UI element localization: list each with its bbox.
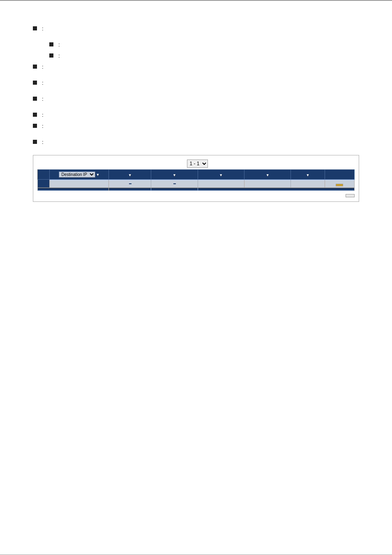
top-selector-row: 1 - 1 [37, 160, 355, 168]
sort-arrow-icon[interactable]: ▼ [96, 173, 100, 177]
col-header-duration: ▼ [291, 170, 325, 180]
list-item: : [33, 96, 359, 102]
downstream-percent [173, 183, 176, 184]
row-downstream [151, 180, 198, 188]
list-item: : [33, 80, 359, 86]
row-upstream [109, 180, 151, 188]
bullet-icon [33, 97, 37, 101]
colon-separator: : [42, 123, 44, 129]
bullet-label: : [42, 80, 44, 86]
reset-counters-button[interactable] [346, 194, 355, 197]
row-number [38, 180, 50, 188]
col-header-first-packet: ▼ [198, 170, 244, 180]
colon-separator: : [42, 25, 44, 32]
row-last-packet [244, 180, 291, 188]
list-item: : [33, 112, 359, 118]
upstream-percent [129, 183, 131, 184]
bullet-icon [33, 124, 37, 128]
bullet-icon [49, 53, 53, 58]
bullet-icon [33, 113, 37, 117]
bullet-label: : [58, 53, 60, 59]
bullet-icon [33, 26, 37, 30]
bullet-icon [33, 140, 37, 144]
sort-arrow-icon[interactable]: ▼ [219, 173, 223, 177]
list-item: : [33, 139, 359, 145]
row-action [325, 180, 354, 188]
sort-arrow-icon[interactable]: ▼ [173, 173, 176, 177]
bullet-label: : [42, 139, 44, 145]
bullet-label: : [42, 123, 44, 129]
col-header-upstream: ▼ [109, 170, 151, 180]
page-wrapper: : : : : : : [0, 0, 392, 555]
col-header-last-packet: ▼ [244, 170, 291, 180]
list-item: : [49, 42, 359, 48]
reset-btn-row [37, 194, 355, 197]
total-upstream [109, 188, 151, 191]
list-item: : [33, 25, 359, 32]
list-item: : [49, 53, 359, 59]
colon-separator: : [42, 64, 44, 70]
remove-button[interactable] [336, 184, 343, 186]
bullet-label: : [42, 64, 44, 70]
sort-arrow-icon[interactable]: ▼ [306, 173, 310, 177]
bullet-label: : [42, 112, 44, 118]
row-duration [291, 180, 325, 188]
col-header-destination: Destination IP ▼ [49, 170, 108, 180]
bullet-label: : [42, 25, 44, 32]
bullet-icon [33, 65, 37, 69]
colon-separator: : [58, 42, 60, 48]
col-header-action [325, 170, 354, 180]
colon-separator: : [42, 112, 44, 118]
bullet-icon [49, 42, 53, 46]
top-select[interactable]: 1 - 1 [187, 160, 208, 168]
bullet-icon [33, 81, 37, 85]
list-item: : [33, 64, 359, 70]
row-first-packet [198, 180, 244, 188]
bullet-section: : : : : : : [33, 25, 359, 145]
col-header-downstream: ▼ [151, 170, 198, 180]
colon-separator: : [42, 139, 44, 145]
traffic-table: Destination IP ▼ ▼ ▼ [37, 169, 355, 191]
total-row [38, 188, 355, 191]
dest-header-inner: Destination IP ▼ [52, 171, 106, 178]
bullet-label: : [58, 42, 60, 48]
list-item: : [33, 123, 359, 129]
table-wrapper: 1 - 1 Destination IP [33, 155, 359, 202]
sort-arrow-icon[interactable]: ▼ [266, 173, 270, 177]
sort-arrow-icon[interactable]: ▼ [128, 173, 132, 177]
col-header-no [38, 170, 50, 180]
total-downstream [151, 188, 198, 191]
table-header-row: Destination IP ▼ ▼ ▼ [38, 170, 355, 180]
downstream-cell [151, 183, 197, 184]
content-area: : : : : : : [0, 1, 392, 227]
colon-separator: : [42, 96, 44, 102]
total-label [38, 188, 109, 191]
row-destination [49, 180, 108, 188]
table-row [38, 180, 355, 188]
upstream-cell [109, 183, 151, 184]
destination-type-select[interactable]: Destination IP [59, 171, 95, 178]
bullet-label: : [42, 96, 44, 102]
colon-separator: : [42, 80, 44, 86]
colon-separator: : [58, 53, 60, 59]
reporting-time [198, 188, 354, 191]
